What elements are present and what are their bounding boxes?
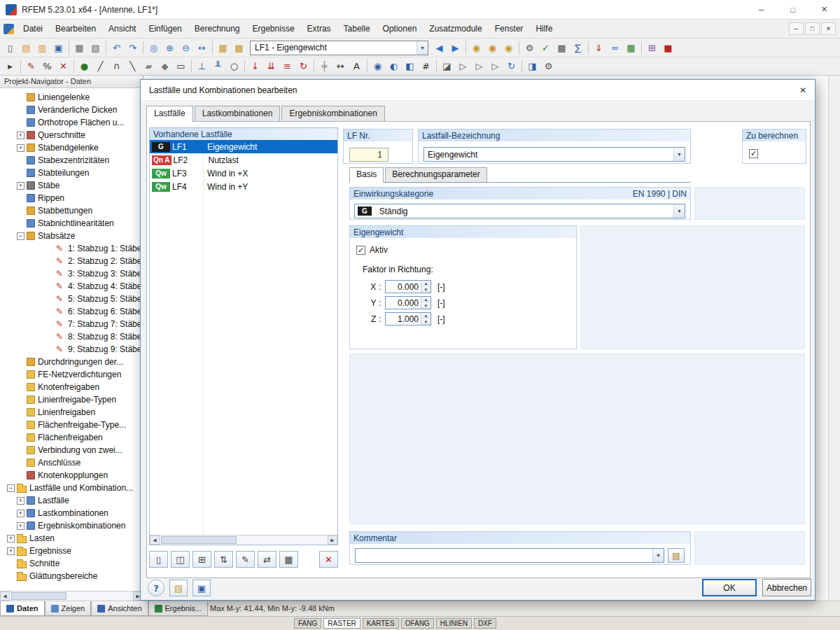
tree-expander[interactable]: + — [17, 144, 24, 152]
new-surface-icon[interactable]: ▰ — [141, 59, 157, 74]
tree-item-querschnitte[interactable]: +Querschnitte — [0, 129, 143, 141]
scroll-left-button[interactable]: ◀ — [0, 592, 10, 601]
move-view-icon[interactable]: ↔ — [194, 40, 210, 55]
table-button[interactable]: ▦ — [279, 551, 298, 568]
panel-tab-ansichten[interactable]: Ansichten — [91, 601, 148, 616]
view-y-icon[interactable]: ▷ — [471, 59, 487, 74]
rotate-view-icon[interactable]: ↻ — [503, 59, 519, 74]
spinner-control[interactable]: ▲▼ — [421, 297, 430, 309]
tree-item-durchdringungen-der[interactable]: Durchdringungen der... — [0, 356, 143, 368]
navigator-hscrollbar[interactable]: ◀ ▶ — [0, 591, 143, 601]
tree-item-5-stabzug-5-stäbe[interactable]: ✎5: Stabzug 5: Stäbe — [0, 293, 143, 305]
table-manager-icon[interactable]: ▦ — [215, 40, 231, 55]
snap-toggle-ofang[interactable]: OFANG — [401, 618, 434, 629]
calculator-icon[interactable]: ⚙ — [522, 40, 538, 55]
tree-item-4-stabzug-4-stäbe[interactable]: ✎4: Stabzug 4: Stäbe — [0, 280, 143, 293]
view-x-icon[interactable]: ▷ — [455, 59, 471, 74]
new-line-icon[interactable]: ╱ — [92, 59, 108, 74]
tree-expander[interactable]: + — [17, 522, 24, 530]
tree-item-3-stabzug-3-stäbe[interactable]: ✎3: Stabzug 3: Stäbe — [0, 267, 143, 280]
tree-item-2-stabzug-2-stäbe[interactable]: ✎2: Stabzug 2: Stäbe — [0, 255, 143, 267]
mdi-close-button[interactable]: ✕ — [821, 22, 836, 35]
tree-expander[interactable]: + — [7, 535, 15, 542]
previous-load-case-icon[interactable]: ◀ — [431, 40, 447, 55]
show-results-icon[interactable]: ≈ — [607, 40, 623, 55]
renumber-button[interactable]: ⇅ — [214, 551, 233, 568]
print-graphic-icon[interactable]: ▦ — [71, 40, 88, 55]
load-case-row-lf1[interactable]: GLF1Eigengewicht — [150, 140, 337, 153]
dialog-tab-lastkombinationen[interactable]: Lastkombinationen — [195, 106, 281, 121]
tree-item-ergebnisse[interactable]: +Ergebnisse — [0, 545, 143, 557]
menu-item-berechnung[interactable]: Berechnung — [188, 20, 246, 38]
tree-item-6-stabzug-6-stäbe[interactable]: ✎6: Stabzug 6: Stäbe — [0, 305, 143, 318]
tree-item-lastfälle[interactable]: +Lastfälle — [0, 494, 143, 507]
mdi-restore-button[interactable]: □ — [805, 22, 820, 35]
find-node-icon[interactable]: ◉ — [468, 40, 484, 55]
tree-item-stabteilungen[interactable]: Stabteilungen — [0, 167, 143, 179]
tree-item-9-stabzug-9-stäbe[interactable]: ✎9: Stabzug 9: Stäbe — [0, 343, 143, 356]
tree-item-schnitte[interactable]: Schnitte — [0, 557, 143, 570]
delete-load-case-button[interactable]: ✕ — [319, 551, 338, 568]
view-z-icon[interactable]: ▷ — [487, 59, 503, 74]
dialog-tab-ergebniskombinationen[interactable]: Ergebniskombinationen — [281, 106, 384, 121]
edit-load-case-button[interactable]: ✎ — [236, 551, 255, 568]
workspace-scrollbar[interactable] — [828, 76, 840, 601]
standard-settings-button[interactable]: ▤ — [169, 580, 188, 596]
tree-item-stabexzentrizitäten[interactable]: Stabexzentrizitäten — [0, 154, 143, 167]
factor-input[interactable]: 1.000▲▼ — [385, 312, 431, 326]
tree-expander[interactable]: + — [17, 510, 24, 517]
scrollbar-track[interactable] — [160, 536, 328, 545]
tree-item-anschlüsse[interactable]: Anschlüsse — [0, 456, 143, 469]
comment-combo[interactable]: ▼ — [355, 548, 664, 563]
tree-expander[interactable]: − — [17, 232, 24, 240]
menu-item-extras[interactable]: Extras — [301, 20, 337, 38]
check-model-icon[interactable]: ✓ — [538, 40, 554, 55]
tree-item-linienfreigabe-typen[interactable]: Linienfreigabe-Typen — [0, 393, 143, 406]
comment-presets-button[interactable]: ▤ — [668, 548, 685, 563]
new-solid-icon[interactable]: ◆ — [157, 59, 173, 74]
tree-item-1-stabzug-1-stäbe[interactable]: ✎1: Stabzug 1: Stäbe — [0, 242, 143, 255]
redo-icon[interactable]: ↷ — [125, 40, 141, 55]
maximize-button[interactable]: □ — [777, 0, 808, 19]
new-load-case-button[interactable]: ▯ — [149, 551, 168, 568]
transfer-load-case-button[interactable]: ⇄ — [258, 551, 276, 568]
dropdown-caret-icon[interactable]: ▼ — [416, 41, 428, 55]
select-pointer-icon[interactable]: ▸ — [2, 59, 18, 74]
delete-tool-icon[interactable]: ✕ — [55, 59, 71, 74]
renumber-icon[interactable]: # — [418, 59, 434, 74]
scrollbar-thumb[interactable] — [11, 592, 66, 600]
tree-item-verbindung-von-zwei[interactable]: Verbindung von zwei... — [0, 444, 143, 456]
menu-item-datei[interactable]: Datei — [17, 20, 49, 38]
tree-expander[interactable]: − — [7, 484, 15, 492]
tree-item-glättungsbereiche[interactable]: Glättungsbereiche — [0, 570, 143, 582]
tree-item-knotenkopplungen[interactable]: Knotenkopplungen — [0, 469, 143, 482]
menu-item-einfügen[interactable]: Einfügen — [142, 20, 188, 38]
tree-item-stabsätze[interactable]: −Stabsätze — [0, 230, 143, 242]
table-settings-icon[interactable]: ▩ — [231, 40, 247, 55]
new-member-icon[interactable]: ╲ — [125, 59, 141, 74]
menu-item-optionen[interactable]: Optionen — [377, 20, 424, 38]
tree-item-rippen[interactable]: Rippen — [0, 192, 143, 204]
result-table-icon[interactable]: ▦ — [623, 40, 639, 55]
partial-view-icon[interactable]: ◐ — [386, 59, 402, 74]
add-combination-button[interactable]: ⊞ — [192, 551, 211, 568]
show-loads-icon[interactable]: ⇓ — [591, 40, 607, 55]
spinner-down-icon[interactable]: ▼ — [421, 303, 430, 309]
tree-item-stabbettungen[interactable]: Stabbettungen — [0, 204, 143, 217]
undo-icon[interactable]: ↶ — [108, 40, 125, 55]
snap-percent-icon[interactable]: % — [39, 59, 55, 74]
tree-item-7-stabzug-7-stäbe[interactable]: ✎7: Stabzug 7: Stäbe — [0, 318, 143, 330]
tree-item-flächenfreigabe-type[interactable]: Flächenfreigabe-Type... — [0, 419, 143, 431]
factor-input[interactable]: 0.000▲▼ — [385, 280, 431, 293]
line-load-icon[interactable]: ⇊ — [263, 59, 279, 74]
scrollbar-track[interactable] — [10, 592, 133, 601]
active-checkbox[interactable]: ✓ — [356, 246, 365, 255]
snap-toggle-fang[interactable]: FANG — [294, 618, 321, 629]
find-line-icon[interactable]: ◉ — [484, 40, 500, 55]
ok-button[interactable]: OK — [702, 579, 757, 596]
snap-toggle-kartes[interactable]: KARTES — [363, 618, 399, 629]
panel-tab-zeigen[interactable]: Zeigen — [45, 601, 92, 616]
tree-item-lasten[interactable]: +Lasten — [0, 532, 143, 545]
spinner-up-icon[interactable]: ▲ — [421, 281, 430, 287]
lf-nr-input[interactable]: 1 — [349, 148, 388, 162]
